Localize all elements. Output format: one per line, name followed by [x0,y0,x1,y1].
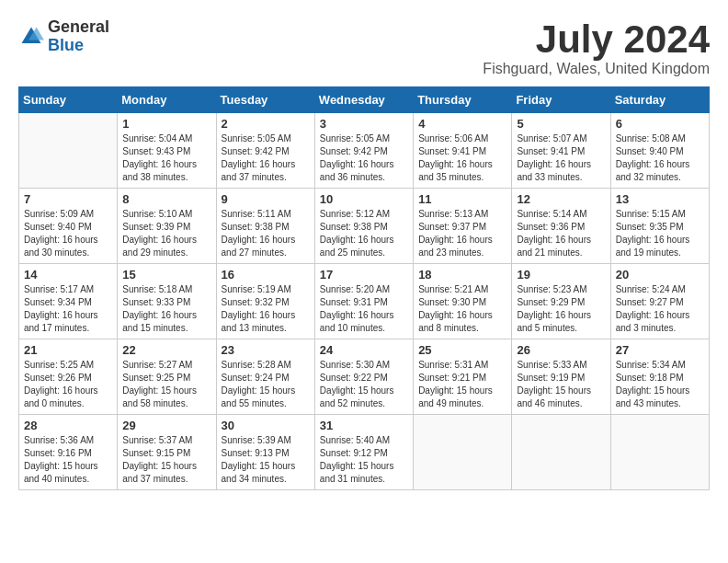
calendar-cell: 22Sunrise: 5:27 AM Sunset: 9:25 PM Dayli… [118,339,216,415]
day-number: 20 [616,268,704,282]
day-info: Sunrise: 5:20 AM Sunset: 9:31 PM Dayligh… [320,283,408,335]
calendar-cell: 21Sunrise: 5:25 AM Sunset: 9:26 PM Dayli… [19,339,118,415]
day-info: Sunrise: 5:05 AM Sunset: 9:42 PM Dayligh… [222,132,310,184]
calendar-cell: 11Sunrise: 5:13 AM Sunset: 9:37 PM Dayli… [414,189,512,264]
calendar-cell: 17Sunrise: 5:20 AM Sunset: 9:31 PM Dayli… [314,264,413,339]
day-info: Sunrise: 5:40 AM Sunset: 9:12 PM Dayligh… [320,434,408,486]
day-number: 5 [517,117,605,131]
day-number: 18 [418,268,506,282]
day-info: Sunrise: 5:07 AM Sunset: 9:41 PM Dayligh… [517,132,605,184]
week-row-2: 7Sunrise: 5:09 AM Sunset: 9:40 PM Daylig… [19,189,710,264]
day-number: 3 [320,117,408,131]
day-info: Sunrise: 5:34 AM Sunset: 9:18 PM Dayligh… [616,359,704,410]
day-number: 17 [320,268,408,282]
calendar-cell: 16Sunrise: 5:19 AM Sunset: 9:32 PM Dayli… [216,264,314,339]
day-info: Sunrise: 5:24 AM Sunset: 9:27 PM Dayligh… [616,283,704,335]
day-number: 30 [222,419,310,432]
day-info: Sunrise: 5:18 AM Sunset: 9:33 PM Dayligh… [122,283,210,335]
calendar-cell [19,113,118,189]
day-number: 28 [24,419,112,432]
day-number: 22 [122,343,210,357]
calendar-cell: 3Sunrise: 5:05 AM Sunset: 9:42 PM Daylig… [314,113,413,189]
day-number: 2 [222,117,310,131]
day-number: 8 [122,192,210,206]
day-number: 4 [418,117,506,131]
day-number: 13 [616,192,704,206]
day-info: Sunrise: 5:09 AM Sunset: 9:40 PM Dayligh… [24,208,112,259]
day-number: 10 [320,192,408,206]
calendar-cell: 23Sunrise: 5:28 AM Sunset: 9:24 PM Dayli… [216,339,314,415]
day-info: Sunrise: 5:36 AM Sunset: 9:16 PM Dayligh… [24,434,112,486]
location: Fishguard, Wales, United Kingdom [483,61,710,77]
day-number: 6 [616,117,704,131]
day-number: 15 [122,268,210,282]
logo-general: General [48,17,109,36]
weekday-header-thursday: Thursday [414,87,512,113]
calendar-cell: 12Sunrise: 5:14 AM Sunset: 9:36 PM Dayli… [512,189,610,264]
day-info: Sunrise: 5:10 AM Sunset: 9:39 PM Dayligh… [122,208,210,259]
day-info: Sunrise: 5:31 AM Sunset: 9:21 PM Dayligh… [418,359,506,410]
calendar-cell [414,415,512,490]
day-info: Sunrise: 5:14 AM Sunset: 9:36 PM Dayligh… [517,208,605,259]
calendar-cell: 4Sunrise: 5:06 AM Sunset: 9:41 PM Daylig… [414,113,512,189]
calendar-cell: 1Sunrise: 5:04 AM Sunset: 9:43 PM Daylig… [118,113,216,189]
week-row-3: 14Sunrise: 5:17 AM Sunset: 9:34 PM Dayli… [19,264,710,339]
day-number: 25 [418,343,506,357]
day-info: Sunrise: 5:12 AM Sunset: 9:38 PM Dayligh… [320,208,408,259]
weekday-header-row: SundayMondayTuesdayWednesdayThursdayFrid… [19,87,710,113]
calendar-cell [610,415,709,490]
day-number: 21 [24,343,112,357]
day-info: Sunrise: 5:28 AM Sunset: 9:24 PM Dayligh… [222,359,310,410]
week-row-1: 1Sunrise: 5:04 AM Sunset: 9:43 PM Daylig… [19,113,710,189]
day-info: Sunrise: 5:19 AM Sunset: 9:32 PM Dayligh… [222,283,310,335]
calendar: SundayMondayTuesdayWednesdayThursdayFrid… [18,86,710,490]
calendar-cell: 29Sunrise: 5:37 AM Sunset: 9:15 PM Dayli… [118,415,216,490]
calendar-cell: 30Sunrise: 5:39 AM Sunset: 9:13 PM Dayli… [216,415,314,490]
weekday-header-wednesday: Wednesday [314,87,413,113]
calendar-cell: 25Sunrise: 5:31 AM Sunset: 9:21 PM Dayli… [414,339,512,415]
calendar-cell: 15Sunrise: 5:18 AM Sunset: 9:33 PM Dayli… [118,264,216,339]
calendar-cell: 2Sunrise: 5:05 AM Sunset: 9:42 PM Daylig… [216,113,314,189]
week-row-5: 28Sunrise: 5:36 AM Sunset: 9:16 PM Dayli… [19,415,710,490]
day-info: Sunrise: 5:23 AM Sunset: 9:29 PM Dayligh… [517,283,605,335]
day-info: Sunrise: 5:06 AM Sunset: 9:41 PM Dayligh… [418,132,506,184]
calendar-cell: 7Sunrise: 5:09 AM Sunset: 9:40 PM Daylig… [19,189,118,264]
day-info: Sunrise: 5:30 AM Sunset: 9:22 PM Dayligh… [320,359,408,410]
calendar-cell [512,415,610,490]
week-row-4: 21Sunrise: 5:25 AM Sunset: 9:26 PM Dayli… [19,339,710,415]
calendar-cell: 9Sunrise: 5:11 AM Sunset: 9:38 PM Daylig… [216,189,314,264]
day-number: 29 [122,419,210,432]
calendar-cell: 5Sunrise: 5:07 AM Sunset: 9:41 PM Daylig… [512,113,610,189]
day-number: 9 [222,192,310,206]
logo-text: General Blue [48,18,109,55]
day-info: Sunrise: 5:04 AM Sunset: 9:43 PM Dayligh… [122,132,210,184]
day-number: 11 [418,192,506,206]
day-info: Sunrise: 5:13 AM Sunset: 9:37 PM Dayligh… [418,208,506,259]
logo-icon [18,24,44,50]
calendar-cell: 27Sunrise: 5:34 AM Sunset: 9:18 PM Dayli… [610,339,709,415]
day-number: 16 [222,268,310,282]
calendar-cell: 31Sunrise: 5:40 AM Sunset: 9:12 PM Dayli… [314,415,413,490]
calendar-cell: 28Sunrise: 5:36 AM Sunset: 9:16 PM Dayli… [19,415,118,490]
calendar-cell: 13Sunrise: 5:15 AM Sunset: 9:35 PM Dayli… [610,189,709,264]
day-info: Sunrise: 5:37 AM Sunset: 9:15 PM Dayligh… [122,434,210,486]
calendar-cell: 20Sunrise: 5:24 AM Sunset: 9:27 PM Dayli… [610,264,709,339]
calendar-cell: 14Sunrise: 5:17 AM Sunset: 9:34 PM Dayli… [19,264,118,339]
day-info: Sunrise: 5:17 AM Sunset: 9:34 PM Dayligh… [24,283,112,335]
day-info: Sunrise: 5:33 AM Sunset: 9:19 PM Dayligh… [517,359,605,410]
day-info: Sunrise: 5:11 AM Sunset: 9:38 PM Dayligh… [222,208,310,259]
day-info: Sunrise: 5:21 AM Sunset: 9:30 PM Dayligh… [418,283,506,335]
month-title: July 2024 [483,18,710,61]
day-number: 23 [222,343,310,357]
title-block: July 2024 Fishguard, Wales, United Kingd… [483,18,710,77]
day-number: 1 [122,117,210,131]
calendar-cell: 19Sunrise: 5:23 AM Sunset: 9:29 PM Dayli… [512,264,610,339]
day-number: 31 [320,419,408,432]
day-number: 12 [517,192,605,206]
day-info: Sunrise: 5:05 AM Sunset: 9:42 PM Dayligh… [320,132,408,184]
weekday-header-monday: Monday [118,87,216,113]
day-number: 27 [616,343,704,357]
calendar-cell: 10Sunrise: 5:12 AM Sunset: 9:38 PM Dayli… [314,189,413,264]
day-info: Sunrise: 5:25 AM Sunset: 9:26 PM Dayligh… [24,359,112,410]
day-info: Sunrise: 5:39 AM Sunset: 9:13 PM Dayligh… [222,434,310,486]
